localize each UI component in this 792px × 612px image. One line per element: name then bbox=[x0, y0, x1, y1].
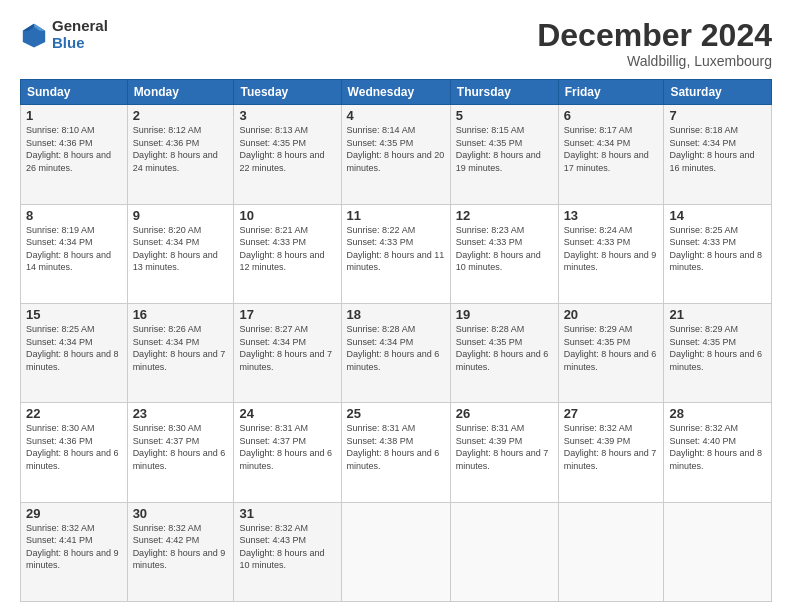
day-detail: Sunrise: 8:24 AMSunset: 4:33 PMDaylight:… bbox=[564, 224, 659, 274]
sunrise-text: Sunrise: 8:31 AM bbox=[347, 423, 416, 433]
day-number: 15 bbox=[26, 307, 122, 322]
sunrise-text: Sunrise: 8:32 AM bbox=[133, 523, 202, 533]
table-row: 24Sunrise: 8:31 AMSunset: 4:37 PMDayligh… bbox=[234, 403, 341, 502]
sunset-text: Sunset: 4:39 PM bbox=[564, 436, 631, 446]
daylight-text: Daylight: 8 hours and 11 minutes. bbox=[347, 250, 445, 273]
day-detail: Sunrise: 8:29 AMSunset: 4:35 PMDaylight:… bbox=[669, 323, 766, 373]
day-detail: Sunrise: 8:13 AMSunset: 4:35 PMDaylight:… bbox=[239, 124, 335, 174]
table-row bbox=[450, 502, 558, 601]
daylight-text: Daylight: 8 hours and 9 minutes. bbox=[564, 250, 657, 273]
page: General Blue December 2024 Waldbillig, L… bbox=[0, 0, 792, 612]
daylight-text: Daylight: 8 hours and 20 minutes. bbox=[347, 150, 445, 173]
sunrise-text: Sunrise: 8:22 AM bbox=[347, 225, 416, 235]
logo-blue-text: Blue bbox=[52, 35, 108, 52]
day-detail: Sunrise: 8:28 AMSunset: 4:35 PMDaylight:… bbox=[456, 323, 553, 373]
day-detail: Sunrise: 8:17 AMSunset: 4:34 PMDaylight:… bbox=[564, 124, 659, 174]
table-row: 1Sunrise: 8:10 AMSunset: 4:36 PMDaylight… bbox=[21, 105, 128, 204]
month-title: December 2024 bbox=[537, 18, 772, 53]
day-number: 22 bbox=[26, 406, 122, 421]
sunset-text: Sunset: 4:35 PM bbox=[669, 337, 736, 347]
sunset-text: Sunset: 4:35 PM bbox=[239, 138, 306, 148]
day-number: 11 bbox=[347, 208, 445, 223]
sunrise-text: Sunrise: 8:32 AM bbox=[26, 523, 95, 533]
table-row: 8Sunrise: 8:19 AMSunset: 4:34 PMDaylight… bbox=[21, 204, 128, 303]
day-number: 16 bbox=[133, 307, 229, 322]
sunrise-text: Sunrise: 8:14 AM bbox=[347, 125, 416, 135]
sunset-text: Sunset: 4:33 PM bbox=[239, 237, 306, 247]
daylight-text: Daylight: 8 hours and 14 minutes. bbox=[26, 250, 111, 273]
day-detail: Sunrise: 8:19 AMSunset: 4:34 PMDaylight:… bbox=[26, 224, 122, 274]
daylight-text: Daylight: 8 hours and 7 minutes. bbox=[564, 448, 657, 471]
logo-icon bbox=[20, 21, 48, 49]
daylight-text: Daylight: 8 hours and 6 minutes. bbox=[26, 448, 119, 471]
daylight-text: Daylight: 8 hours and 8 minutes. bbox=[26, 349, 119, 372]
sunrise-text: Sunrise: 8:10 AM bbox=[26, 125, 95, 135]
sunrise-text: Sunrise: 8:30 AM bbox=[26, 423, 95, 433]
day-number: 7 bbox=[669, 108, 766, 123]
sunrise-text: Sunrise: 8:24 AM bbox=[564, 225, 633, 235]
table-row: 12Sunrise: 8:23 AMSunset: 4:33 PMDayligh… bbox=[450, 204, 558, 303]
svg-marker-0 bbox=[23, 23, 45, 47]
calendar-week-row: 1Sunrise: 8:10 AMSunset: 4:36 PMDaylight… bbox=[21, 105, 772, 204]
sunset-text: Sunset: 4:34 PM bbox=[133, 337, 200, 347]
day-number: 12 bbox=[456, 208, 553, 223]
day-number: 21 bbox=[669, 307, 766, 322]
day-detail: Sunrise: 8:25 AMSunset: 4:34 PMDaylight:… bbox=[26, 323, 122, 373]
table-row: 23Sunrise: 8:30 AMSunset: 4:37 PMDayligh… bbox=[127, 403, 234, 502]
day-number: 14 bbox=[669, 208, 766, 223]
table-row: 10Sunrise: 8:21 AMSunset: 4:33 PMDayligh… bbox=[234, 204, 341, 303]
table-row: 27Sunrise: 8:32 AMSunset: 4:39 PMDayligh… bbox=[558, 403, 664, 502]
daylight-text: Daylight: 8 hours and 7 minutes. bbox=[239, 349, 332, 372]
calendar-week-row: 29Sunrise: 8:32 AMSunset: 4:41 PMDayligh… bbox=[21, 502, 772, 601]
table-row: 17Sunrise: 8:27 AMSunset: 4:34 PMDayligh… bbox=[234, 303, 341, 402]
sunrise-text: Sunrise: 8:29 AM bbox=[564, 324, 633, 334]
day-number: 18 bbox=[347, 307, 445, 322]
day-detail: Sunrise: 8:27 AMSunset: 4:34 PMDaylight:… bbox=[239, 323, 335, 373]
sunset-text: Sunset: 4:36 PM bbox=[26, 138, 93, 148]
calendar-header-row: Sunday Monday Tuesday Wednesday Thursday… bbox=[21, 80, 772, 105]
daylight-text: Daylight: 8 hours and 8 minutes. bbox=[669, 250, 762, 273]
table-row: 11Sunrise: 8:22 AMSunset: 4:33 PMDayligh… bbox=[341, 204, 450, 303]
day-number: 3 bbox=[239, 108, 335, 123]
day-number: 17 bbox=[239, 307, 335, 322]
sunset-text: Sunset: 4:34 PM bbox=[347, 337, 414, 347]
table-row: 21Sunrise: 8:29 AMSunset: 4:35 PMDayligh… bbox=[664, 303, 772, 402]
day-detail: Sunrise: 8:26 AMSunset: 4:34 PMDaylight:… bbox=[133, 323, 229, 373]
day-detail: Sunrise: 8:28 AMSunset: 4:34 PMDaylight:… bbox=[347, 323, 445, 373]
table-row: 14Sunrise: 8:25 AMSunset: 4:33 PMDayligh… bbox=[664, 204, 772, 303]
sunrise-text: Sunrise: 8:19 AM bbox=[26, 225, 95, 235]
table-row: 3Sunrise: 8:13 AMSunset: 4:35 PMDaylight… bbox=[234, 105, 341, 204]
daylight-text: Daylight: 8 hours and 7 minutes. bbox=[133, 349, 226, 372]
daylight-text: Daylight: 8 hours and 6 minutes. bbox=[347, 349, 440, 372]
sunrise-text: Sunrise: 8:23 AM bbox=[456, 225, 525, 235]
day-detail: Sunrise: 8:22 AMSunset: 4:33 PMDaylight:… bbox=[347, 224, 445, 274]
sunset-text: Sunset: 4:34 PM bbox=[26, 337, 93, 347]
sunset-text: Sunset: 4:33 PM bbox=[564, 237, 631, 247]
day-detail: Sunrise: 8:31 AMSunset: 4:37 PMDaylight:… bbox=[239, 422, 335, 472]
table-row: 5Sunrise: 8:15 AMSunset: 4:35 PMDaylight… bbox=[450, 105, 558, 204]
day-detail: Sunrise: 8:25 AMSunset: 4:33 PMDaylight:… bbox=[669, 224, 766, 274]
sunset-text: Sunset: 4:37 PM bbox=[133, 436, 200, 446]
sunrise-text: Sunrise: 8:29 AM bbox=[669, 324, 738, 334]
sunset-text: Sunset: 4:35 PM bbox=[564, 337, 631, 347]
day-detail: Sunrise: 8:29 AMSunset: 4:35 PMDaylight:… bbox=[564, 323, 659, 373]
day-number: 29 bbox=[26, 506, 122, 521]
table-row bbox=[558, 502, 664, 601]
table-row: 28Sunrise: 8:32 AMSunset: 4:40 PMDayligh… bbox=[664, 403, 772, 502]
sunset-text: Sunset: 4:35 PM bbox=[456, 337, 523, 347]
sunset-text: Sunset: 4:33 PM bbox=[347, 237, 414, 247]
sunset-text: Sunset: 4:36 PM bbox=[133, 138, 200, 148]
header: General Blue December 2024 Waldbillig, L… bbox=[20, 18, 772, 69]
table-row: 30Sunrise: 8:32 AMSunset: 4:42 PMDayligh… bbox=[127, 502, 234, 601]
col-friday: Friday bbox=[558, 80, 664, 105]
daylight-text: Daylight: 8 hours and 9 minutes. bbox=[133, 548, 226, 571]
sunrise-text: Sunrise: 8:27 AM bbox=[239, 324, 308, 334]
day-number: 10 bbox=[239, 208, 335, 223]
day-detail: Sunrise: 8:12 AMSunset: 4:36 PMDaylight:… bbox=[133, 124, 229, 174]
calendar-table: Sunday Monday Tuesday Wednesday Thursday… bbox=[20, 79, 772, 602]
daylight-text: Daylight: 8 hours and 24 minutes. bbox=[133, 150, 218, 173]
day-detail: Sunrise: 8:32 AMSunset: 4:43 PMDaylight:… bbox=[239, 522, 335, 572]
calendar-week-row: 15Sunrise: 8:25 AMSunset: 4:34 PMDayligh… bbox=[21, 303, 772, 402]
table-row: 6Sunrise: 8:17 AMSunset: 4:34 PMDaylight… bbox=[558, 105, 664, 204]
sunrise-text: Sunrise: 8:32 AM bbox=[564, 423, 633, 433]
